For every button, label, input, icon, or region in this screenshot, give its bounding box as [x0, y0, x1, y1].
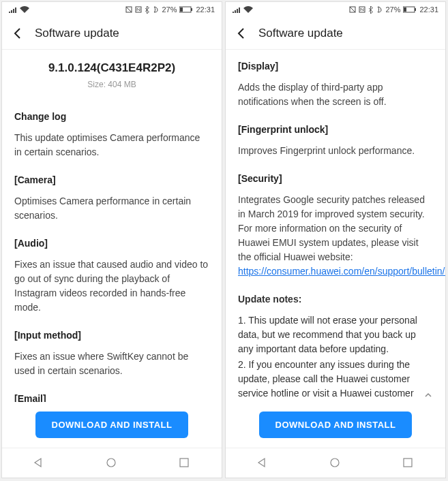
app-bar: Software update — [226, 17, 445, 50]
page-title: Software update — [35, 27, 119, 40]
svg-rect-13 — [404, 459, 412, 467]
svg-rect-6 — [180, 459, 188, 467]
collapse-icon[interactable] — [423, 390, 433, 403]
phone-left: 27% 22:31 Software update 9.1.0.124(C431… — [1, 1, 222, 478]
nav-back-button[interactable] — [33, 457, 45, 469]
nav-back-button[interactable] — [256, 457, 269, 469]
nav-bar — [226, 448, 445, 478]
section-display-body: Adds the display of third-party app noti… — [238, 80, 433, 109]
bluetooth-icon — [145, 6, 149, 14]
clock-time: 22:31 — [419, 5, 438, 14]
section-camera-title: [Camera] — [14, 173, 209, 187]
section-input-body: Fixes an issue where SwiftKey cannot be … — [14, 350, 209, 378]
nav-home-button[interactable] — [106, 457, 118, 469]
content-area[interactable]: 9.1.0.124(C431E4R2P2) Size: 404 MB Chang… — [2, 50, 222, 402]
notification-off-icon — [125, 6, 132, 13]
nav-bar — [2, 448, 222, 478]
battery-icon — [179, 6, 193, 13]
nav-home-button[interactable] — [329, 457, 342, 469]
svg-point-12 — [331, 459, 339, 467]
bluetooth-icon — [368, 6, 373, 14]
status-bar: 27% 22:31 — [2, 2, 222, 17]
section-security-title: [Security] — [238, 172, 433, 186]
svg-rect-4 — [180, 7, 183, 12]
svg-rect-3 — [191, 8, 192, 11]
changelog-body: This update optimises Camera performance… — [14, 131, 209, 159]
security-link[interactable]: https://consumer.huawei.com/en/support/b… — [238, 266, 445, 277]
back-button[interactable] — [10, 27, 24, 40]
version-number: 9.1.0.124(C431E4R2P2) — [14, 59, 209, 77]
nfc-icon — [135, 6, 142, 13]
section-email-title: [Email] — [14, 392, 209, 403]
nfc-icon — [359, 6, 365, 13]
phone-right: 27% 22:31 Software update [Display] Adds… — [225, 1, 446, 478]
changelog-heading: Change log — [14, 110, 209, 124]
back-button[interactable] — [234, 27, 248, 40]
svg-rect-11 — [404, 7, 406, 12]
dnd-icon — [376, 6, 383, 13]
signal-icon — [233, 6, 241, 13]
section-audio-body: Fixes an issue that caused audio and vid… — [14, 258, 209, 315]
section-display-title: [Display] — [238, 59, 433, 74]
content-area[interactable]: [Display] Adds the display of third-part… — [226, 50, 445, 402]
svg-rect-10 — [415, 8, 416, 11]
update-note-2: 2. If you encounter any issues during th… — [238, 358, 433, 402]
signal-icon — [9, 6, 17, 13]
app-bar: Software update — [2, 17, 222, 50]
section-audio-title: [Audio] — [14, 236, 209, 251]
section-security-body: Integrates Google security patches relea… — [238, 193, 433, 279]
nav-recent-button[interactable] — [179, 457, 191, 469]
wifi-icon — [243, 6, 253, 13]
update-note-1: 1. This update will not erase your perso… — [238, 313, 433, 356]
wifi-icon — [20, 6, 29, 13]
nav-recent-button[interactable] — [402, 457, 415, 469]
section-fingerprint-title: [Fingerprint unlock] — [238, 123, 433, 137]
clock-time: 22:31 — [196, 5, 215, 14]
button-bar: DOWNLOAD AND INSTALL — [226, 402, 445, 448]
download-install-button[interactable]: DOWNLOAD AND INSTALL — [35, 412, 189, 438]
update-notes-heading: Update notes: — [238, 292, 433, 307]
download-install-button[interactable]: DOWNLOAD AND INSTALL — [259, 412, 413, 438]
section-input-title: [Input method] — [14, 328, 209, 343]
svg-point-5 — [107, 459, 115, 467]
battery-icon — [403, 6, 417, 13]
status-bar: 27% 22:31 — [226, 2, 445, 17]
security-text-1: Integrates Google security patches relea… — [238, 194, 425, 262]
battery-percent: 27% — [385, 5, 400, 14]
section-fingerprint-body: Improves Fingerprint unlock performance. — [238, 144, 433, 158]
page-title: Software update — [258, 27, 343, 40]
battery-percent: 27% — [162, 5, 177, 14]
update-size: Size: 404 MB — [14, 78, 209, 91]
dnd-icon — [152, 6, 159, 13]
button-bar: DOWNLOAD AND INSTALL — [2, 402, 222, 448]
section-camera-body: Optimises Camera performance in certain … — [14, 194, 209, 223]
notification-off-icon — [349, 6, 356, 13]
